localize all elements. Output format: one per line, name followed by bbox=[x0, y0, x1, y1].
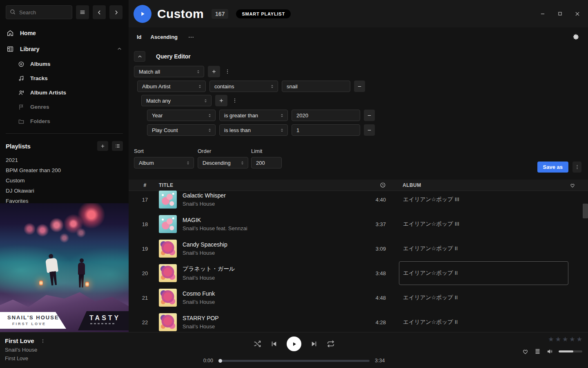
home-icon bbox=[7, 29, 14, 37]
shuffle-button[interactable] bbox=[253, 340, 261, 348]
playlist-item[interactable]: BPM Greater than 200 bbox=[0, 165, 129, 175]
page-title: Custom bbox=[157, 7, 204, 21]
window-close-button[interactable] bbox=[575, 11, 580, 17]
star-icon[interactable]: ★ bbox=[577, 336, 582, 343]
sidebar-item-tracks[interactable]: Tracks bbox=[0, 71, 129, 85]
sidebar-item-albums[interactable]: Albums bbox=[0, 57, 129, 71]
star-icon[interactable]: ★ bbox=[548, 336, 554, 343]
playlist-list-button[interactable] bbox=[112, 141, 123, 151]
save-as-button[interactable]: Save as bbox=[537, 162, 568, 173]
table-row[interactable]: 22 STARRY POP Snail’s House 4:28 エイリアン☆ポ… bbox=[129, 310, 588, 334]
rule-field-select[interactable]: Year bbox=[147, 110, 216, 121]
playlist-item[interactable]: Custom bbox=[0, 175, 129, 186]
track-artist: Snail’s House bbox=[183, 250, 357, 256]
sort-field-button[interactable]: Id bbox=[137, 34, 142, 40]
scrollbar-thumb[interactable] bbox=[583, 204, 588, 218]
track-album-cell[interactable]: エイリアン☆ポップ II bbox=[399, 286, 568, 310]
remove-rule-button[interactable] bbox=[364, 124, 375, 136]
table-row[interactable]: 18 MAGIK Snail’s House feat. Sennzai 3:3… bbox=[129, 212, 588, 236]
match-type-select[interactable]: Match all bbox=[134, 66, 204, 77]
sidebar-item-folders[interactable]: Folders bbox=[0, 114, 129, 128]
sidebar-item-library[interactable]: Library bbox=[0, 41, 129, 57]
more-options-button[interactable] bbox=[188, 34, 194, 40]
group-options-button[interactable] bbox=[224, 68, 231, 75]
track-album-cell[interactable]: エイリアン☆ポップ II bbox=[399, 310, 568, 334]
rule-value-input[interactable] bbox=[282, 81, 350, 92]
rule-field-select[interactable]: Album Artist bbox=[137, 81, 206, 92]
save-options-button[interactable] bbox=[572, 162, 581, 173]
queue-button[interactable] bbox=[534, 348, 541, 355]
now-playing-album-art[interactable]: SNAIL'S HOUSE FIRST LOVE TASTY bbox=[0, 203, 129, 332]
seek-slider[interactable] bbox=[218, 360, 370, 362]
playlist-item[interactable]: DJ Okawari bbox=[0, 186, 129, 196]
track-duration: 3:37 bbox=[357, 221, 386, 227]
remove-rule-button[interactable] bbox=[354, 81, 365, 92]
window-controls bbox=[540, 11, 588, 17]
volume-icon[interactable] bbox=[546, 348, 553, 355]
sidebar-item-home[interactable]: Home bbox=[0, 25, 129, 41]
star-icon[interactable]: ★ bbox=[555, 336, 561, 343]
star-icon[interactable]: ★ bbox=[562, 336, 568, 343]
track-album-cell[interactable]: エイリアン☆ポップ II bbox=[399, 261, 568, 285]
next-track-button[interactable] bbox=[310, 340, 318, 348]
add-rule-button[interactable] bbox=[208, 66, 220, 77]
sidebar-item-genres[interactable]: Genres bbox=[0, 100, 129, 114]
rule-value-input[interactable] bbox=[292, 110, 360, 121]
chevron-up-icon[interactable] bbox=[117, 46, 122, 52]
rule-operator-select[interactable]: contains bbox=[209, 81, 278, 92]
add-rule-button[interactable] bbox=[215, 95, 227, 106]
table-row[interactable]: 20 プラネット・ガール Snail’s House 3:48 エイリアン☆ポッ… bbox=[129, 261, 588, 285]
menu-button[interactable] bbox=[76, 5, 89, 19]
repeat-button[interactable] bbox=[327, 340, 335, 348]
volume-slider[interactable] bbox=[559, 350, 582, 352]
order-label: Order bbox=[198, 148, 248, 154]
music-note-icon bbox=[18, 75, 24, 82]
sidebar-item-label: Genres bbox=[30, 104, 49, 110]
collapse-query-editor-button[interactable] bbox=[134, 51, 145, 62]
lantern-glow bbox=[85, 282, 89, 287]
settings-gear-icon[interactable] bbox=[572, 34, 579, 40]
favorite-button[interactable] bbox=[522, 348, 529, 355]
play-icon bbox=[139, 11, 146, 17]
album-art-thumb bbox=[159, 191, 177, 209]
rule-operator-select[interactable]: is greater than bbox=[219, 110, 288, 121]
sidebar-item-album-artists[interactable]: Album Artists bbox=[0, 85, 129, 100]
window-maximize-button[interactable] bbox=[557, 11, 563, 16]
play-pause-button[interactable] bbox=[287, 337, 301, 351]
query-order-select[interactable]: Descending bbox=[198, 157, 248, 168]
minus-icon bbox=[367, 128, 372, 133]
query-sort-select[interactable]: Album bbox=[134, 157, 194, 168]
window-minimize-button[interactable] bbox=[540, 11, 546, 17]
album-art-figure-right bbox=[78, 263, 85, 275]
table-row[interactable]: 17 Galactic Whisper Snail’s House 4:40 エ… bbox=[129, 187, 588, 212]
table-row[interactable]: 21 Cosmo Funk Snail’s House 4:48 エイリアン☆ポ… bbox=[129, 285, 588, 310]
album-art-thumb bbox=[159, 215, 177, 233]
add-playlist-button[interactable] bbox=[97, 141, 108, 151]
previous-track-button[interactable] bbox=[270, 340, 278, 348]
sort-direction-button[interactable]: Ascending bbox=[151, 34, 178, 40]
nav-forward-button[interactable] bbox=[109, 5, 122, 19]
match-type-select[interactable]: Match any bbox=[141, 95, 212, 106]
query-group-2-header: Match any bbox=[141, 95, 588, 106]
playlist-item[interactable]: 2021 bbox=[0, 155, 129, 165]
query-limit-input[interactable] bbox=[251, 157, 282, 168]
rule-field-select[interactable]: Play Count bbox=[147, 124, 216, 136]
unfold-icon bbox=[203, 99, 208, 103]
remove-rule-button[interactable] bbox=[364, 110, 375, 121]
play-playlist-button[interactable] bbox=[134, 5, 151, 23]
query-group-2-rules: Year is greater than bbox=[147, 110, 588, 136]
rule-value-input[interactable] bbox=[292, 124, 360, 136]
track-album-cell[interactable]: エイリアン☆ポップ III bbox=[399, 212, 568, 236]
group-options-button[interactable] bbox=[231, 97, 238, 104]
play-icon bbox=[291, 341, 297, 347]
table-row[interactable]: 19 Candy Spaceship Snail’s House 3:09 エイ… bbox=[129, 236, 588, 261]
star-icon[interactable]: ★ bbox=[569, 336, 575, 343]
track-album-cell[interactable]: エイリアン☆ポップ II bbox=[399, 237, 568, 260]
nav-back-button[interactable] bbox=[93, 5, 106, 19]
track-album-cell[interactable]: エイリアン☆ポップ III bbox=[399, 188, 568, 211]
query-rule: Year is greater than bbox=[147, 110, 588, 121]
rule-operator-select[interactable]: is less than bbox=[219, 124, 288, 136]
seek-knob[interactable] bbox=[218, 359, 222, 363]
query-group-2: Match any bbox=[141, 95, 588, 136]
unfold-icon bbox=[207, 128, 212, 132]
